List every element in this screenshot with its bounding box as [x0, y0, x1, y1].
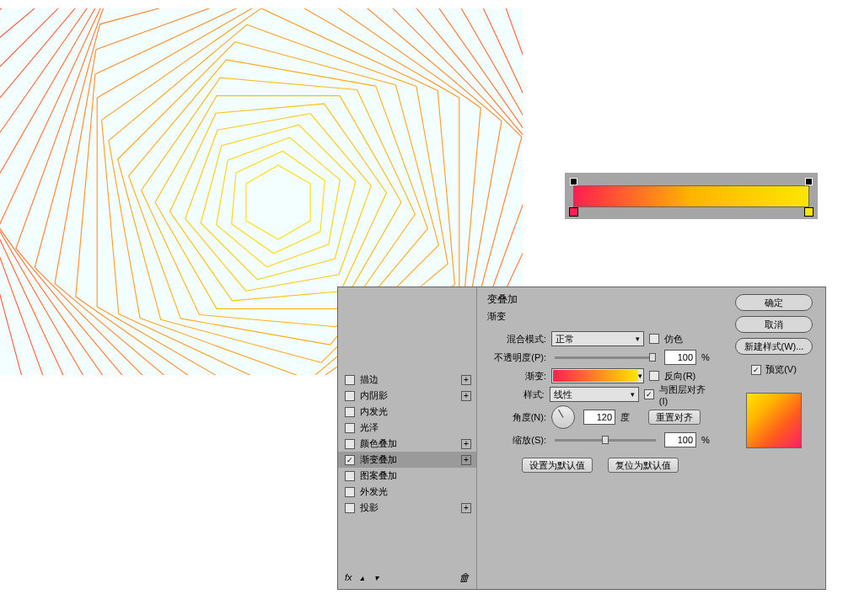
new-style-button[interactable]: 新建样式(W)... [735, 338, 813, 355]
effect-label: 内阴影 [360, 389, 388, 402]
preview-label: 预览(V) [765, 363, 797, 376]
dialog-buttons: 确定 取消 新建样式(W)... 预览(V) [722, 287, 825, 589]
effect-label: 投影 [360, 501, 379, 514]
add-effect-icon[interactable]: + [461, 375, 471, 385]
blend-mode-label: 混合模式: [487, 333, 546, 345]
effects-footer: fx ▴ ▾ 🗑 [338, 565, 476, 589]
effect-row-6[interactable]: 图案叠加 [338, 468, 476, 484]
section-subtitle: 渐变 [487, 310, 712, 323]
scale-unit: % [701, 435, 710, 445]
effect-checkbox[interactable] [345, 375, 355, 385]
effect-checkbox[interactable] [345, 439, 355, 449]
dither-checkbox[interactable] [649, 334, 659, 344]
gradient-overlay-settings: 变叠加 渐变 混合模式: 正常▾ 仿色 不透明度(P): 100 % 渐变: ▾… [477, 287, 722, 589]
effect-checkbox[interactable]: ✓ [345, 455, 355, 465]
angle-dial[interactable] [551, 405, 575, 429]
trash-icon[interactable]: 🗑 [459, 571, 470, 584]
section-title: 变叠加 [487, 292, 712, 307]
add-effect-icon[interactable]: + [461, 391, 471, 401]
effects-list: 描边+内阴影+内发光光泽颜色叠加+✓渐变叠加+图案叠加外发光投影+ fx ▴ ▾… [338, 287, 477, 589]
blend-mode-select[interactable]: 正常▾ [551, 331, 644, 346]
add-effect-icon[interactable]: + [461, 503, 471, 513]
row-style: 样式: 线性▾ 与图层对齐(I) [487, 385, 712, 404]
effect-label: 渐变叠加 [360, 453, 397, 466]
svg-marker-2 [217, 137, 341, 267]
svg-marker-3 [201, 125, 356, 280]
dither-label: 仿色 [664, 333, 683, 345]
opacity-stop-right[interactable] [805, 178, 813, 185]
svg-marker-1 [232, 151, 325, 254]
cancel-button[interactable]: 取消 [735, 316, 813, 333]
effect-checkbox[interactable] [345, 391, 355, 401]
layer-style-dialog: 描边+内阴影+内发光光泽颜色叠加+✓渐变叠加+图案叠加外发光投影+ fx ▴ ▾… [337, 287, 826, 590]
angle-unit: 度 [620, 411, 630, 424]
preview-checkbox[interactable] [751, 365, 761, 375]
effect-label: 图案叠加 [360, 469, 397, 482]
row-angle: 角度(N): 120 度 重置对齐 [487, 404, 712, 431]
reverse-label: 反向(R) [664, 370, 695, 383]
svg-marker-5 [170, 104, 387, 301]
angle-input[interactable]: 120 [583, 410, 615, 425]
effect-checkbox[interactable] [345, 423, 355, 433]
effect-checkbox[interactable] [345, 503, 355, 513]
effect-label: 外发光 [360, 485, 388, 498]
effect-checkbox[interactable] [345, 407, 355, 417]
svg-marker-4 [185, 114, 372, 291]
effect-row-8[interactable]: 投影+ [338, 500, 476, 516]
style-select[interactable]: 线性▾ [550, 387, 640, 402]
svg-marker-0 [246, 165, 310, 239]
align-checkbox[interactable] [644, 389, 654, 399]
align-label: 与图层对齐(I) [659, 383, 712, 406]
arrow-up-icon[interactable]: ▴ [357, 573, 367, 582]
scale-slider[interactable] [555, 439, 656, 442]
effect-row-7[interactable]: 外发光 [338, 484, 476, 500]
color-stop-right[interactable] [804, 207, 813, 217]
effect-label: 光泽 [360, 421, 379, 434]
row-opacity: 不透明度(P): 100 % [487, 348, 712, 367]
reset-align-button[interactable]: 重置对齐 [648, 410, 701, 425]
opacity-input[interactable]: 100 [664, 350, 696, 365]
effect-row-0[interactable]: 描边+ [338, 372, 476, 388]
gradient-editor[interactable] [565, 173, 818, 219]
color-stop-left[interactable] [569, 207, 578, 217]
effect-row-2[interactable]: 内发光 [338, 404, 476, 420]
reverse-checkbox[interactable] [649, 371, 659, 381]
ok-button[interactable]: 确定 [735, 294, 813, 311]
add-effect-icon[interactable]: + [461, 455, 471, 465]
row-blend-mode: 混合模式: 正常▾ 仿色 [487, 329, 712, 348]
effect-checkbox[interactable] [345, 487, 355, 497]
effect-label: 内发光 [360, 405, 388, 418]
scale-input[interactable]: 100 [664, 432, 696, 447]
effect-row-5[interactable]: ✓渐变叠加+ [338, 452, 476, 468]
opacity-stop-left[interactable] [570, 178, 577, 185]
scale-label: 缩放(S): [487, 434, 546, 447]
preview-swatch [746, 393, 802, 448]
effect-row-4[interactable]: 颜色叠加+ [338, 436, 476, 452]
gradient-bar[interactable] [573, 185, 809, 207]
opacity-unit: % [701, 352, 710, 362]
fx-label: fx [345, 572, 352, 582]
svg-marker-6 [155, 96, 401, 309]
add-effect-icon[interactable]: + [461, 439, 471, 449]
make-default-button[interactable]: 设置为默认值 [522, 458, 593, 473]
effect-label: 颜色叠加 [360, 437, 397, 450]
gradient-label: 渐变: [487, 370, 546, 383]
angle-label: 角度(N): [487, 411, 546, 424]
effect-row-3[interactable]: 光泽 [338, 420, 476, 436]
arrow-down-icon[interactable]: ▾ [372, 573, 381, 582]
reset-default-button[interactable]: 复位为默认值 [608, 458, 679, 473]
opacity-slider[interactable] [555, 356, 656, 359]
effect-row-1[interactable]: 内阴影+ [338, 388, 476, 404]
opacity-label: 不透明度(P): [487, 351, 546, 364]
style-label: 样式: [487, 388, 545, 401]
row-scale: 缩放(S): 100 % [487, 431, 712, 449]
gradient-picker[interactable]: ▾ [551, 368, 644, 383]
effect-checkbox[interactable] [345, 471, 355, 481]
effect-label: 描边 [360, 373, 379, 386]
